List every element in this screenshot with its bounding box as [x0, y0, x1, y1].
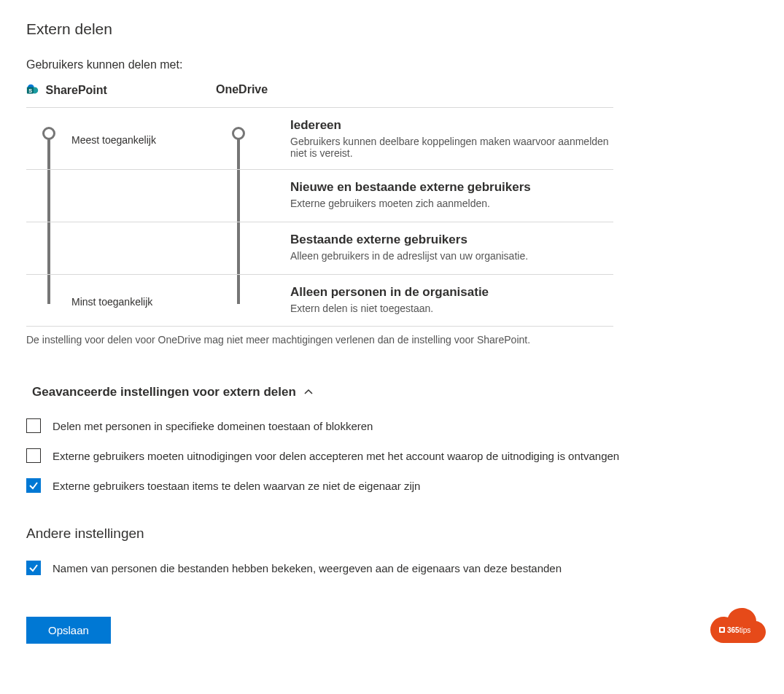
checkbox-label: Externe gebruikers toestaan items te del… — [53, 478, 420, 494]
option-desc: Externe gebruikers moeten zich aanmelden… — [290, 198, 613, 209]
scale-most-label: Meest toegankelijk — [71, 108, 216, 169]
advanced-header-label: Geavanceerde instellingen voor extern de… — [32, 385, 296, 399]
page-title: Extern delen — [26, 20, 758, 38]
checkbox-reshare-nonowner[interactable] — [26, 478, 41, 493]
onedrive-slider-handle[interactable] — [232, 127, 245, 140]
option-title: Bestaande externe gebruikers — [290, 233, 613, 247]
table-row: Meest toegankelijk Iedereen Gebruikers k… — [26, 107, 613, 169]
watermark-logo: 365tips — [704, 605, 771, 648]
column-header-sharepoint: S SharePoint — [26, 83, 216, 97]
table-row: Minst toegankelijk Alleen personen in de… — [26, 274, 613, 327]
other-settings-title: Andere instellingen — [26, 526, 758, 542]
option-title: Iedereen — [290, 118, 613, 133]
option-title: Nieuwe en bestaande externe gebruikers — [290, 180, 613, 195]
checkbox-label: Delen met personen in specifieke domeine… — [53, 418, 373, 434]
svg-rect-5 — [721, 628, 723, 631]
checkmark-icon — [28, 480, 39, 491]
checkmark-icon — [28, 563, 39, 573]
option-title: Alleen personen in de organisatie — [290, 285, 613, 300]
sharing-level-table: Meest toegankelijk Iedereen Gebruikers k… — [26, 107, 613, 327]
checkbox-label: Namen van personen die bestanden hebben … — [53, 561, 562, 576]
svg-text:365tips: 365tips — [727, 626, 750, 634]
scale-least-label: Minst toegankelijk — [71, 275, 216, 326]
onedrive-slider-cell — [216, 108, 261, 169]
checkbox-label: Externe gebruikers moeten uitnodigingen … — [53, 448, 619, 464]
sharepoint-icon: S — [26, 83, 39, 96]
checkbox-show-viewers[interactable] — [26, 561, 41, 575]
svg-text:S: S — [28, 87, 32, 94]
checkbox-accept-same-account[interactable] — [26, 448, 41, 463]
table-row: Nieuwe en bestaande externe gebruikers E… — [26, 169, 613, 222]
chevron-up-icon — [303, 387, 314, 397]
checkbox-allow-block-domains[interactable] — [26, 418, 41, 433]
sharepoint-slider-cell — [26, 108, 71, 169]
advanced-accordion-toggle[interactable]: Geavanceerde instellingen voor extern de… — [26, 385, 758, 399]
option-desc: Gebruikers kunnen deelbare koppelingen m… — [290, 136, 613, 159]
sharepoint-slider-handle[interactable] — [42, 127, 55, 140]
option-desc: Alleen gebruikers in de adreslijst van u… — [290, 250, 613, 262]
share-subtitle: Gebruikers kunnen delen met: — [26, 58, 758, 71]
table-row: Bestaande externe gebruikers Alleen gebr… — [26, 222, 613, 274]
column-header-onedrive: OneDrive — [216, 83, 311, 97]
sharing-footnote: De instelling voor delen voor OneDrive m… — [26, 334, 758, 346]
option-desc: Extern delen is niet toegestaan. — [290, 303, 613, 314]
save-button[interactable]: Opslaan — [26, 617, 111, 644]
